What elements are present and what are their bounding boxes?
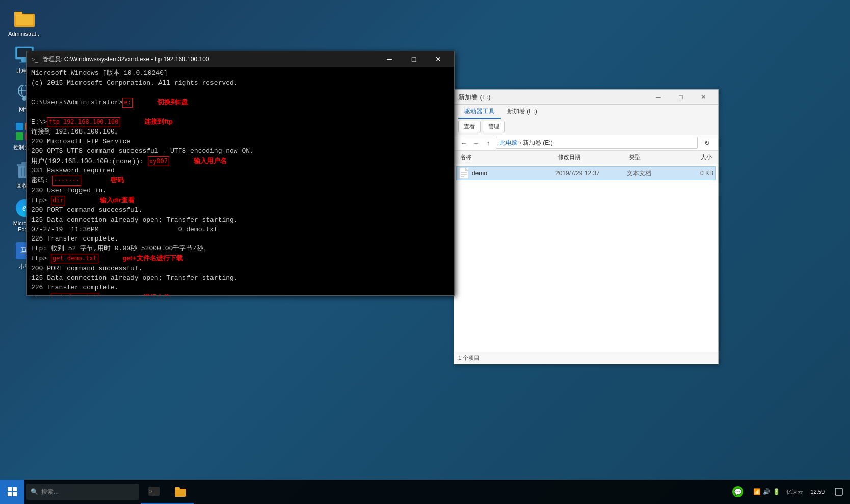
ribbon-tab-volume[interactable]: 新加卷 (E:) <box>501 105 543 119</box>
ribbon-view-button[interactable]: 查看 <box>458 121 481 132</box>
svg-text:>_: >_ <box>32 56 39 63</box>
explorer-body: 名称 修改日期 类型 大小 <box>454 151 718 352</box>
annotation-dir-label: 输入dir查看 <box>100 196 135 204</box>
svg-rect-12 <box>16 123 23 130</box>
cmd-line-user: 用户(192.168.100.100:(none)): xy007 输入用户名 <box>31 156 450 167</box>
cmd-line-put: ftp> put demo.txt put进行上传 <box>31 293 450 295</box>
taskbar-explorer-icon <box>174 485 187 497</box>
cmd-line-2: (c) 2015 Microsoft Corporation. All righ… <box>31 78 450 88</box>
explorer-statusbar: 1 个项目 <box>454 352 718 364</box>
annotation-e-cmd: e: <box>122 98 132 108</box>
cmd-line-dir: ftp> dir 输入dir查看 <box>31 196 450 206</box>
search-icon: 🔍 <box>31 488 38 495</box>
cmd-line-data2: 125 Data connection already open; Transf… <box>31 274 450 283</box>
cmd-line-data1: 125 Data connection already open; Transf… <box>31 216 450 225</box>
cmd-title-icon: >_ <box>31 55 39 63</box>
folder-icon <box>14 8 35 29</box>
ribbon-content: 查看 管理 <box>454 119 718 135</box>
icon-label: Administrat... <box>7 31 42 37</box>
ribbon-tab-drive-tools[interactable]: 驱动器工具 <box>458 105 501 119</box>
col-header-name[interactable]: 名称 <box>458 152 556 162</box>
forward-button[interactable]: → <box>470 137 482 148</box>
cmd-line-pass-req: 331 Password required <box>31 166 450 176</box>
up-button[interactable]: ↑ <box>483 137 494 148</box>
annotation-put-label: put进行上传 <box>133 293 170 295</box>
explorer-minimize-button[interactable]: ─ <box>648 90 669 104</box>
cmd-line-port2: 200 PORT command successful. <box>31 264 450 274</box>
column-headers: 名称 修改日期 类型 大小 <box>454 151 718 164</box>
file-doc-icon <box>459 168 469 178</box>
svg-rect-37 <box>835 488 842 495</box>
explorer-window-title: 新加卷 (E:) <box>458 93 491 101</box>
explorer-titlebar: 新加卷 (E:) ─ □ ✕ <box>454 90 718 105</box>
cmd-line-demo: 07-27-19 11:36PM 0 demo.txt <box>31 225 450 235</box>
svg-text:e: e <box>22 203 26 213</box>
desktop: Administrat... 此电脑 <box>0 0 850 504</box>
cmd-line-transfer2: 226 Transfer complete. <box>31 283 450 293</box>
cmd-titlebar: >_ 管理员: C:\Windows\system32\cmd.exe - ft… <box>27 51 454 67</box>
cmd-line-pass: 密码: ······· 密码 <box>31 176 450 186</box>
taskbar-app-cmd[interactable]: >_ <box>141 480 167 504</box>
cmd-line-1: Microsoft Windows [版本 10.0.10240] <box>31 69 450 78</box>
file-type-demo: 文本文档 <box>627 169 678 178</box>
cmd-maximize-button[interactable]: □ <box>402 51 426 67</box>
annotation-ftp-label: 连接到ftp <box>144 118 173 125</box>
annotation-get-label: get+文件名进行下载 <box>123 254 183 262</box>
refresh-button[interactable]: ↻ <box>700 137 714 149</box>
cmd-line-blank2 <box>31 108 450 117</box>
taskbar-wechat-icon[interactable]: 💬 <box>729 480 747 504</box>
cmd-close-button[interactable]: ✕ <box>427 51 450 67</box>
statusbar-count: 1 个项目 <box>458 354 480 362</box>
svg-rect-14 <box>16 132 23 140</box>
taskbar-clock[interactable]: 12:59 <box>807 489 828 495</box>
annotation-pass-label: 密码 <box>111 176 124 184</box>
annotation-e-label: 切换到E盘 <box>157 98 189 106</box>
breadcrumb-volume: 新加卷 (E:) <box>523 139 553 147</box>
cmd-line-e: C:\Users\Administrator>e: 切换到E盘 <box>31 98 450 108</box>
taskbar-search-box[interactable]: 🔍 搜索... <box>26 484 139 500</box>
annotation-user-input: xy007 <box>148 156 169 166</box>
explorer-maximize-button[interactable]: □ <box>670 90 692 104</box>
ribbon-manage-button[interactable]: 管理 <box>483 121 505 132</box>
cmd-line-port1: 200 PORT command successful. <box>31 206 450 216</box>
tray-volume-icon[interactable]: 🔊 <box>763 488 771 495</box>
cmd-window: >_ 管理员: C:\Windows\system32\cmd.exe - ft… <box>26 51 455 296</box>
cmd-titlebar-buttons: ─ □ ✕ <box>378 51 450 67</box>
annotation-ftp-cmd: ftp 192.168.100.100 <box>47 117 120 127</box>
cmd-content-area[interactable]: Microsoft Windows [版本 10.0.10240] (c) 20… <box>27 67 454 295</box>
explorer-title-buttons: ─ □ ✕ <box>648 90 714 104</box>
addressbar-path[interactable]: 此电脑 › 新加卷 (E:) <box>496 137 698 149</box>
tray-battery-icon[interactable]: 🔋 <box>773 488 780 495</box>
explorer-window: 新加卷 (E:) ─ □ ✕ 驱动器工具 新加卷 (E:) 查看 管理 <box>454 89 719 364</box>
back-button[interactable]: ← <box>458 137 469 148</box>
cmd-line-transfer1: 226 Transfer complete. <box>31 234 450 244</box>
svg-rect-35 <box>175 489 186 497</box>
explorer-close-button[interactable]: ✕ <box>693 90 714 104</box>
start-button[interactable] <box>0 480 24 504</box>
col-header-size[interactable]: 大小 <box>678 152 714 162</box>
notification-center-button[interactable] <box>832 480 846 504</box>
cmd-line-ftp-service: 220 Microsoft FTP Service <box>31 137 450 147</box>
col-header-date[interactable]: 修改日期 <box>556 152 627 162</box>
taskbar: 🔍 搜索... >_ <box>0 480 850 504</box>
breadcrumb-sep: › <box>519 139 521 146</box>
annotation-get-cmd: get demo.txt <box>51 254 98 263</box>
addressbar-nav: ← → ↑ <box>458 137 494 148</box>
annotation-pass-input: ······· <box>52 176 82 185</box>
desktop-icon-administrator[interactable]: Administrat... <box>6 6 43 39</box>
annotation-put-cmd: put demo.txt <box>51 293 98 295</box>
file-item-demo[interactable]: demo 2019/7/29 12:37 文本文档 0 KB <box>456 166 716 180</box>
col-header-type[interactable]: 类型 <box>627 152 678 162</box>
file-size-demo: 0 KB <box>678 170 713 177</box>
cmd-minimize-button[interactable]: ─ <box>378 51 401 67</box>
yisuyun-label[interactable]: 亿速云 <box>786 488 803 496</box>
explorer-title-text: 新加卷 (E:) <box>458 93 648 102</box>
taskbar-cmd-icon: >_ <box>148 485 160 497</box>
cmd-line-blank <box>31 88 450 98</box>
explorer-ribbon: 驱动器工具 新加卷 (E:) 查看 管理 <box>454 105 718 135</box>
taskbar-app-explorer[interactable] <box>167 480 194 504</box>
system-tray: 📶 🔊 🔋 <box>751 488 782 495</box>
ribbon-tab-row: 驱动器工具 新加卷 (E:) <box>454 105 718 119</box>
explorer-files-area: demo 2019/7/29 12:37 文本文档 0 KB <box>454 164 718 352</box>
tray-network-icon[interactable]: 📶 <box>753 488 761 495</box>
